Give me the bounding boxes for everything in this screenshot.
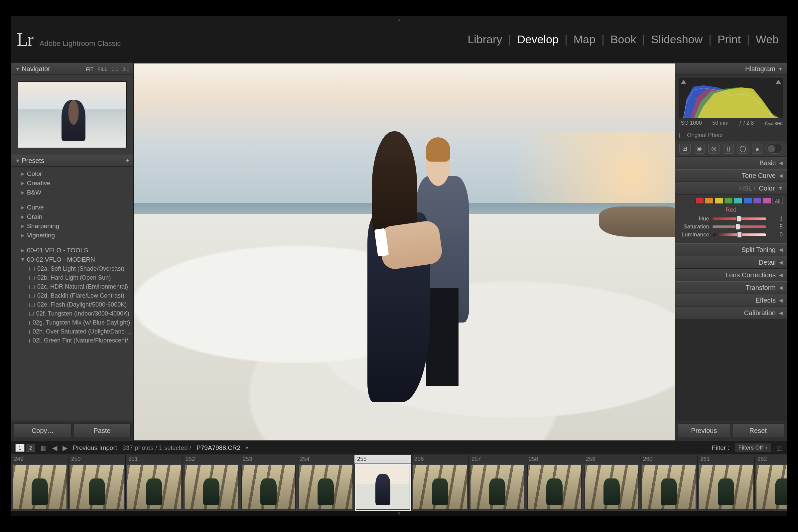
filmstrip-frame[interactable]: 255	[355, 455, 412, 511]
preset-folder[interactable]: ▶B&W	[11, 188, 133, 197]
histogram-header[interactable]: Histogram ▼	[675, 63, 787, 75]
filmstrip-frame[interactable]: 260	[640, 455, 698, 511]
preset-item[interactable]: 02b. Hard Light (Open Sun)	[11, 273, 133, 282]
radial-tool-icon[interactable]: ◯	[737, 144, 748, 154]
preset-folder[interactable]: ▶00-01 VFLO - TOOLS	[11, 246, 133, 255]
frame-thumbnail[interactable]	[699, 465, 753, 510]
grid-view-icon[interactable]: ▦	[41, 444, 47, 452]
preset-folder[interactable]: ▶Grain	[11, 212, 133, 222]
frame-thumbnail[interactable]	[184, 465, 239, 510]
frame-thumbnail[interactable]	[756, 465, 787, 510]
color-swatch-all[interactable]: All	[773, 198, 783, 204]
slider-thumb[interactable]	[736, 224, 740, 230]
module-map[interactable]: Map	[573, 33, 595, 46]
nav-fwd-icon[interactable]: ▶	[62, 444, 68, 452]
paste-button[interactable]: Paste	[74, 423, 131, 438]
filter-dropdown[interactable]: Filters Off ▾	[735, 443, 771, 452]
copy-button[interactable]: Copy…	[14, 423, 72, 438]
module-library[interactable]: Library	[468, 33, 502, 46]
tonecurve-panel-header[interactable]: Tone Curve◀	[675, 169, 787, 182]
slider-value[interactable]: – 1	[770, 215, 783, 222]
histogram-chart[interactable]	[679, 78, 783, 118]
color-swatch[interactable]	[734, 198, 742, 204]
filmstrip-frame[interactable]: 250	[69, 455, 126, 511]
panel-lens-corrections[interactable]: Lens Corrections◀	[675, 269, 787, 281]
preset-item[interactable]: 02i. Green Tint (Nature/Fluorescent/…	[11, 336, 133, 345]
color-swatch[interactable]	[715, 198, 723, 204]
filmstrip-frame[interactable]: 259	[583, 455, 640, 511]
frame-thumbnail[interactable]	[413, 465, 467, 510]
color-swatch[interactable]	[724, 198, 733, 204]
original-photo-toggle[interactable]: Original Photo	[675, 130, 787, 141]
nav-back-icon[interactable]: ◀	[52, 444, 57, 452]
preset-item[interactable]: 02c. HDR Natural (Environmental)	[11, 282, 133, 291]
frame-thumbnail[interactable]	[470, 465, 524, 510]
slider-track[interactable]	[712, 233, 766, 236]
frame-thumbnail[interactable]	[241, 465, 296, 510]
preset-item[interactable]: 02e. Flash (Daylight/5000-6000K)	[11, 300, 133, 309]
slider-track[interactable]	[712, 217, 766, 220]
preset-folder[interactable]: ▶Curve	[11, 203, 133, 212]
zoom-fill[interactable]: FILL	[97, 66, 108, 72]
preset-item[interactable]: 02g. Tungsten Mix (w/ Blue Daylight)	[11, 318, 133, 327]
navigator-thumbnail[interactable]	[18, 81, 127, 148]
monitor-1-tab[interactable]: 1	[15, 444, 25, 452]
frame-thumbnail[interactable]	[642, 465, 696, 510]
frame-thumbnail[interactable]	[356, 465, 410, 510]
filmstrip-frame[interactable]: 261	[698, 455, 755, 511]
preset-folder[interactable]: ▶00-02 VFLO - MODERN	[11, 255, 133, 264]
frame-thumbnail[interactable]	[70, 465, 124, 510]
filmstrip-frame[interactable]: 256	[412, 455, 469, 511]
left-edge-grip-icon[interactable]: ◀	[12, 262, 17, 270]
slider-thumb[interactable]	[737, 232, 742, 238]
preset-item[interactable]: 02h. Over Saturated (Uplight/Danci…	[11, 327, 133, 336]
preset-folder[interactable]: ▶Creative	[11, 178, 133, 188]
filmstrip-frame[interactable]: 253	[240, 455, 297, 511]
filmstrip-frame[interactable]: 249	[11, 455, 69, 511]
slider-value[interactable]: – 5	[770, 224, 783, 230]
color-swatch[interactable]	[763, 198, 772, 204]
panel-calibration[interactable]: Calibration◀	[675, 307, 787, 319]
grad-tool-icon[interactable]: ▯	[723, 144, 734, 154]
module-slideshow[interactable]: Slideshow	[651, 33, 703, 46]
panel-effects[interactable]: Effects◀	[675, 294, 787, 307]
color-swatch[interactable]	[695, 198, 704, 204]
slider-thumb[interactable]	[737, 216, 741, 222]
module-book[interactable]: Book	[610, 33, 636, 46]
color-swatch[interactable]	[753, 198, 762, 204]
panel-split-toning[interactable]: Split Toning◀	[675, 243, 787, 256]
navigator-header[interactable]: ▼ Navigator FITFILL1:13:1	[11, 63, 133, 75]
frame-thumbnail[interactable]	[13, 465, 67, 510]
slider-value[interactable]: 0	[770, 231, 783, 238]
right-edge-grip-icon[interactable]: ▶	[781, 262, 786, 270]
mask-switch[interactable]	[766, 144, 783, 154]
redeye-tool-icon[interactable]: ◎	[708, 144, 720, 154]
module-print[interactable]: Print	[718, 33, 741, 46]
frame-thumbnail[interactable]	[299, 465, 353, 510]
preset-item[interactable]: 02a. Soft Light (Shade/Overcast)	[11, 264, 133, 273]
preview-image[interactable]	[134, 63, 675, 440]
reset-button[interactable]: Reset	[732, 423, 784, 438]
top-grip-icon[interactable]: ▲	[397, 17, 401, 22]
spot-tool-icon[interactable]: ◉	[694, 144, 705, 154]
panel-transform[interactable]: Transform◀	[675, 281, 787, 294]
hsl-panel-header[interactable]: HSL / Color ▼	[675, 182, 787, 194]
source-label[interactable]: Previous Import	[73, 444, 117, 452]
preset-item[interactable]: 02f. Tungsten (Indoor/3000-4000K)	[11, 309, 133, 318]
filmstrip-frame[interactable]: 251	[126, 455, 183, 511]
monitor-2-tab[interactable]: 2	[26, 444, 35, 452]
color-swatch[interactable]	[743, 198, 752, 204]
zoom-fit[interactable]: FIT	[86, 66, 94, 72]
panel-detail[interactable]: Detail◀	[675, 256, 787, 269]
filmstrip[interactable]: 2492502512522532542552562572582592602612…	[11, 455, 787, 511]
bottom-grip-icon[interactable]: ▼	[11, 511, 787, 516]
filmstrip-frame[interactable]: 262	[755, 455, 787, 511]
filmstrip-frame[interactable]: 258	[526, 455, 583, 511]
crop-tool-icon[interactable]: ⊞	[679, 144, 690, 154]
module-web[interactable]: Web	[756, 33, 779, 46]
color-swatch[interactable]	[705, 198, 714, 204]
preset-folder[interactable]: ▶Vignetting	[11, 231, 133, 240]
frame-thumbnail[interactable]	[127, 465, 181, 510]
slider-track[interactable]	[712, 225, 766, 228]
filmstrip-frame[interactable]: 254	[297, 455, 355, 511]
